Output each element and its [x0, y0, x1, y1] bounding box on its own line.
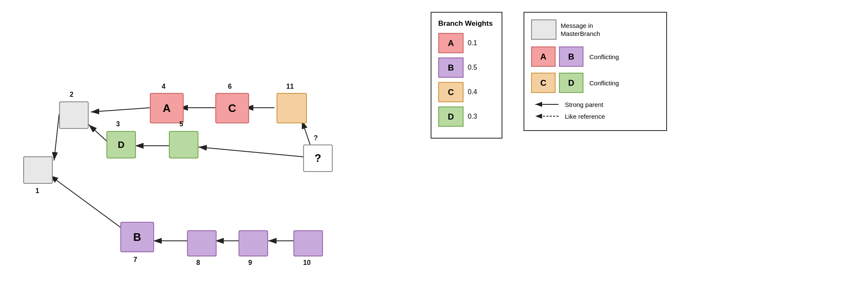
- node-2: [59, 101, 89, 129]
- legend-conflict2-label: Conflicting: [589, 79, 619, 87]
- legend-weight-A: 0.1: [468, 39, 477, 47]
- legend-weight-C: 0.4: [468, 88, 477, 96]
- node-3-label: 3: [116, 120, 120, 128]
- legend-conflict2-swatch-D: D: [559, 73, 583, 93]
- node-9-label: 9: [248, 259, 252, 267]
- node-4-label: 4: [162, 83, 165, 90]
- node-10: [293, 230, 323, 256]
- node-11: [277, 93, 307, 123]
- legend-like-reference-icon: [531, 112, 561, 120]
- node-4-branch-label: A: [163, 102, 171, 115]
- legend-weight-B: 0.5: [468, 64, 477, 71]
- legend-master-row: Message in MasterBranch: [531, 19, 659, 40]
- node-5: [169, 131, 198, 158]
- edge-7-1: [50, 175, 125, 230]
- legend-strong-parent-row: Strong parent: [531, 101, 659, 108]
- node-3-branch-label: D: [118, 139, 125, 150]
- node-1: [23, 156, 53, 184]
- node-13-label: ?: [314, 134, 318, 142]
- node-6-branch-label: C: [228, 102, 236, 115]
- legend-strong-parent-icon: [531, 101, 561, 108]
- legend-conflict1-swatch-A: A: [531, 46, 556, 67]
- legend-row-C: C 0.4: [438, 82, 495, 102]
- node-6: C: [215, 93, 249, 123]
- legend-conflict2-swatch-C: C: [531, 73, 556, 93]
- legend-like-reference-row: Like reference: [531, 112, 659, 120]
- node-11-label: 11: [286, 83, 294, 90]
- legend-row-A: A 0.1: [438, 33, 495, 53]
- legend-branch-weights: Branch Weights A 0.1 B 0.5 C 0.4 D 0.3: [431, 12, 502, 139]
- node-3: D: [106, 131, 136, 158]
- node-7: B: [120, 222, 154, 252]
- node-5-label: 5: [179, 120, 183, 128]
- legend-conflict1-row: A B Conflicting: [531, 46, 659, 67]
- legend-row-D: D 0.3: [438, 106, 495, 127]
- node-2-label: 2: [70, 91, 73, 98]
- legend-like-reference-label: Like reference: [565, 113, 605, 120]
- node-13-question: ?: [315, 152, 321, 165]
- node-8-label: 8: [196, 259, 200, 267]
- legend-swatch-D: D: [438, 106, 464, 127]
- legend-strong-parent-label: Strong parent: [565, 101, 603, 108]
- legend-swatch-C: C: [438, 82, 464, 102]
- node-6-label: 6: [228, 83, 232, 90]
- legend-message-types: Message in MasterBranch A B Conflicting …: [524, 12, 667, 131]
- legend-conflict1-swatch-B: B: [559, 46, 583, 67]
- node-7-branch-label: B: [133, 231, 141, 244]
- legend-swatch-B: B: [438, 57, 464, 78]
- legend-master-swatch: [531, 19, 556, 40]
- node-8: [187, 230, 217, 256]
- edge-13-5: [198, 147, 307, 157]
- node-1-label: 1: [35, 187, 39, 195]
- diagram-container: 1 2 D 3 A 4 5 C 6 B 7 8 9 10 11 ? ? B: [0, 0, 868, 289]
- node-4: A: [150, 93, 184, 123]
- edge-2-1: [54, 114, 59, 161]
- node-7-label: 7: [133, 256, 137, 264]
- legend-conflict2-row: C D Conflicting: [531, 73, 659, 93]
- legend-row-B: B 0.5: [438, 57, 495, 78]
- legend-weights-title: Branch Weights: [438, 19, 495, 28]
- node-9: [239, 230, 268, 256]
- legend-conflict1-label: Conflicting: [589, 53, 619, 60]
- legend-swatch-A: A: [438, 33, 464, 53]
- legend-master-label: Message in MasterBranch: [561, 22, 600, 38]
- node-13: ?: [303, 144, 333, 172]
- legend-weight-D: 0.3: [468, 113, 477, 120]
- edge-4-2: [91, 108, 150, 112]
- node-10-label: 10: [303, 259, 311, 267]
